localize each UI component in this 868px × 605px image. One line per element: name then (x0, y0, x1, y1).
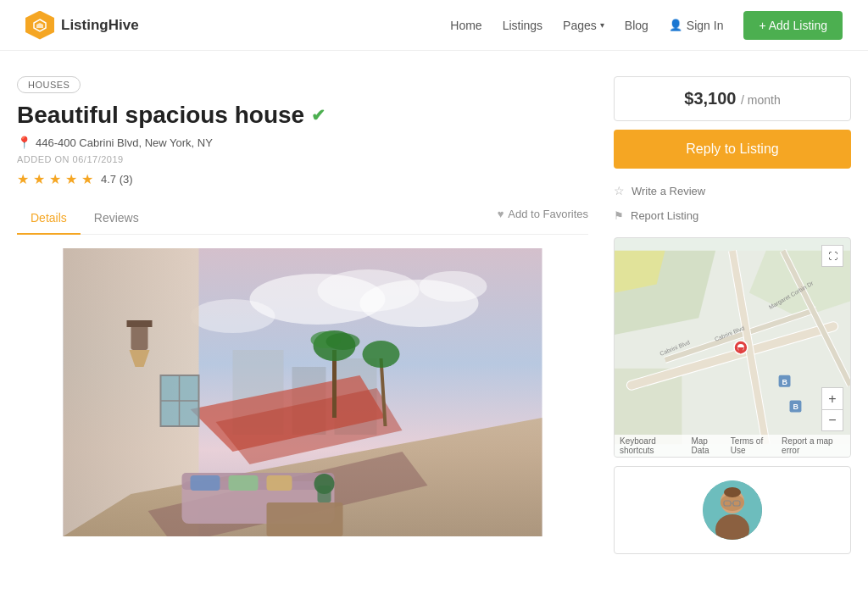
svg-rect-29 (191, 475, 220, 491)
map-expand-button[interactable]: ⛶ (821, 245, 843, 267)
report-listing-link[interactable]: ⚑ Report Listing (614, 206, 851, 225)
write-review-link[interactable]: ☆ Write a Review (614, 180, 851, 201)
svg-point-4 (191, 299, 275, 333)
nav-pages[interactable]: Pages ▾ (563, 19, 604, 32)
pin-icon: 📍 (17, 136, 31, 149)
keyboard-shortcuts[interactable]: Keyboard shortcuts (620, 436, 684, 455)
nav-sign-in[interactable]: 👤 Sign In (669, 19, 724, 32)
svg-point-20 (326, 333, 360, 350)
add-favorites-button[interactable]: ♥ Add to Favorites (498, 208, 588, 229)
navbar: ListingHive Home Listings Pages ▾ Blog 👤… (0, 0, 868, 51)
svg-rect-7 (131, 325, 148, 350)
add-listing-button[interactable]: + Add Listing (743, 11, 843, 40)
svg-point-5 (420, 271, 487, 302)
chevron-down-icon: ▾ (600, 20, 604, 30)
star-3: ★ (49, 171, 61, 187)
svg-rect-30 (229, 475, 259, 491)
svg-rect-8 (127, 320, 153, 327)
star-4: ★ (65, 171, 77, 187)
report-map-error[interactable]: Report a map error (782, 436, 845, 455)
nav-links: Home Listings Pages ▾ Blog 👤 Sign In + A… (450, 11, 843, 40)
write-review-label: Write a Review (632, 185, 705, 197)
star-half: ★ (81, 171, 93, 187)
stars-row: ★ ★ ★ ★ ★ 4.7 (3) (17, 171, 588, 187)
map-zoom-controls: + − (821, 387, 843, 431)
logo[interactable]: ListingHive (25, 11, 139, 40)
rating-value: 4.7 (3) (101, 173, 133, 186)
svg-point-34 (314, 474, 335, 494)
map-footer: Keyboard shortcuts Map Data Terms of Use… (615, 435, 850, 457)
svg-point-62 (724, 487, 741, 497)
nav-blog[interactable]: Blog (625, 19, 648, 32)
terms-of-use[interactable]: Terms of Use (731, 436, 775, 455)
expand-icon: ⛶ (828, 251, 837, 261)
logo-text: ListingHive (61, 17, 139, 34)
date-added: ADDED ON 06/17/2019 (17, 154, 588, 164)
report-listing-label: Report Listing (631, 209, 698, 222)
tab-details[interactable]: Details (17, 203, 81, 235)
address-text: 446-400 Cabrini Blvd, New York, NY (36, 136, 213, 149)
star-icon: ☆ (614, 184, 625, 197)
star-2: ★ (33, 171, 45, 187)
main-container: HOUSES Beautiful spacious house ✔ 📍 446-… (0, 51, 868, 580)
zoom-out-button[interactable]: − (821, 409, 843, 431)
svg-text:B: B (793, 402, 798, 411)
person-icon: 👤 (669, 19, 682, 31)
price-box: $3,100 / month (614, 76, 851, 121)
nav-listings[interactable]: Listings (503, 19, 542, 32)
price-value: $3,100 (684, 89, 736, 108)
star-1: ★ (17, 171, 29, 187)
address-row: 📍 446-400 Cabrini Blvd, New York, NY (17, 136, 588, 149)
flag-icon: ⚑ (614, 209, 624, 222)
verified-icon: ✔ (311, 105, 326, 125)
left-column: HOUSES Beautiful spacious house ✔ 📍 446-… (17, 76, 588, 554)
map-inner: Cabrini Blvd Cabrini Blvd Margaret Corbi… (615, 238, 850, 457)
svg-point-22 (363, 341, 400, 368)
agent-avatar (703, 480, 762, 540)
tabs-row: Details Reviews ♥ Add to Favorites (17, 203, 588, 235)
price-unit: / month (741, 93, 781, 107)
agent-box (614, 466, 851, 554)
right-column: $3,100 / month Reply to Listing ☆ Write … (614, 76, 851, 554)
svg-rect-32 (267, 502, 343, 536)
zoom-in-button[interactable]: + (821, 387, 843, 409)
svg-rect-31 (267, 475, 292, 491)
listing-title-row: Beautiful spacious house ✔ (17, 102, 588, 129)
listing-title: Beautiful spacious house (17, 102, 304, 129)
nav-home[interactable]: Home (450, 19, 481, 32)
map-container: Cabrini Blvd Cabrini Blvd Margaret Corbi… (614, 237, 851, 458)
tab-reviews[interactable]: Reviews (81, 203, 153, 235)
favorites-label: Add to Favorites (508, 208, 588, 220)
map-data: Map Data (691, 436, 723, 455)
reply-to-listing-button[interactable]: Reply to Listing (614, 130, 851, 169)
tabs: Details Reviews (17, 203, 153, 234)
heart-icon: ♥ (498, 208, 504, 220)
svg-text:B: B (782, 378, 788, 386)
logo-icon (25, 11, 54, 40)
category-badge: HOUSES (17, 76, 81, 93)
listing-image (17, 248, 588, 536)
